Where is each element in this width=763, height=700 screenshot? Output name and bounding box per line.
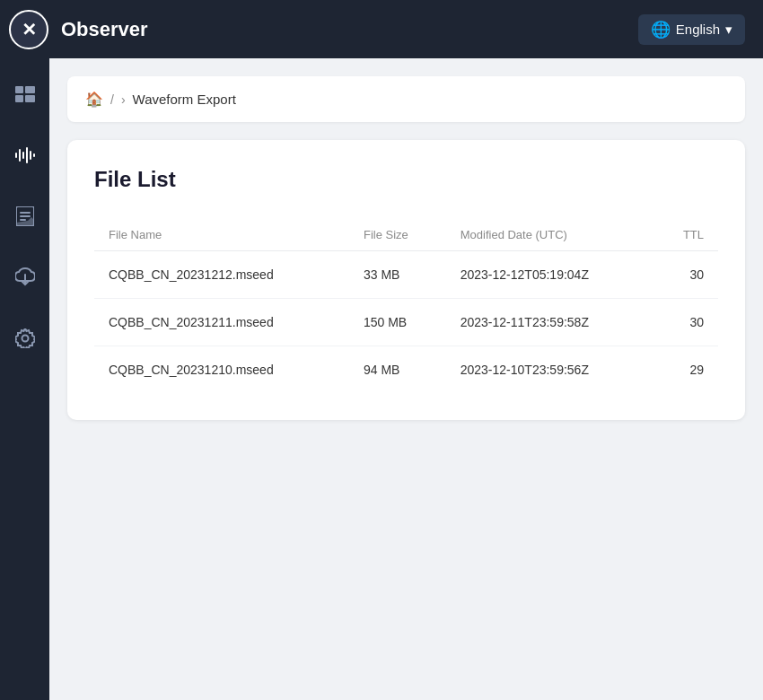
header-left: ✕ Observer bbox=[9, 10, 148, 49]
table-row[interactable]: CQBB_CN_20231211.mseed 150 MB 2023-12-11… bbox=[94, 299, 718, 346]
language-label: English bbox=[676, 22, 720, 37]
cell-modified: 2023-12-11T23:59:58Z bbox=[446, 299, 653, 346]
app-title: Observer bbox=[61, 18, 148, 41]
cell-filename: CQBB_CN_20231210.mseed bbox=[94, 346, 349, 394]
app-logo: ✕ bbox=[9, 10, 48, 49]
waveform-icon bbox=[15, 147, 35, 163]
language-selector[interactable]: 🌐 English ▾ bbox=[638, 14, 745, 45]
svg-point-14 bbox=[22, 336, 28, 342]
content-area: 🏠 / › Waveform Export File List File Nam… bbox=[49, 58, 763, 700]
table-body: CQBB_CN_20231212.mseed 33 MB 2023-12-12T… bbox=[94, 251, 718, 394]
sidebar-item-download[interactable] bbox=[7, 259, 43, 295]
cell-ttl: 29 bbox=[653, 346, 718, 394]
col-header-filename: File Name bbox=[94, 219, 349, 251]
sidebar bbox=[0, 58, 49, 700]
main-layout: 🏠 / › Waveform Export File List File Nam… bbox=[0, 58, 763, 700]
globe-icon: 🌐 bbox=[651, 20, 671, 39]
svg-rect-0 bbox=[15, 86, 23, 93]
sidebar-item-waveform[interactable] bbox=[7, 137, 43, 173]
cell-filename: CQBB_CN_20231211.mseed bbox=[94, 299, 349, 346]
table-row[interactable]: CQBB_CN_20231212.mseed 33 MB 2023-12-12T… bbox=[94, 251, 718, 299]
col-header-filesize: File Size bbox=[349, 219, 446, 251]
file-table: File Name File Size Modified Date (UTC) … bbox=[94, 219, 718, 393]
table-header: File Name File Size Modified Date (UTC) … bbox=[94, 219, 718, 251]
svg-rect-4 bbox=[15, 153, 17, 158]
download-icon bbox=[15, 267, 35, 287]
svg-rect-6 bbox=[22, 152, 24, 159]
col-header-ttl: TTL bbox=[653, 219, 718, 251]
cell-filesize: 150 MB bbox=[349, 299, 446, 346]
svg-rect-3 bbox=[25, 95, 35, 102]
table-row[interactable]: CQBB_CN_20231210.mseed 94 MB 2023-12-10T… bbox=[94, 346, 718, 394]
svg-rect-2 bbox=[15, 95, 23, 102]
cell-filesize: 33 MB bbox=[349, 251, 446, 299]
breadcrumb-sep2: › bbox=[121, 92, 126, 107]
svg-rect-5 bbox=[19, 149, 21, 162]
svg-rect-13 bbox=[20, 219, 26, 221]
home-icon[interactable]: 🏠 bbox=[85, 91, 103, 108]
settings-icon bbox=[15, 328, 35, 348]
svg-rect-9 bbox=[33, 153, 35, 157]
sidebar-item-settings[interactable] bbox=[7, 320, 43, 356]
svg-rect-8 bbox=[30, 151, 31, 160]
dashboard-icon bbox=[15, 86, 35, 102]
col-header-modified: Modified Date (UTC) bbox=[446, 219, 653, 251]
breadcrumb: 🏠 / › Waveform Export bbox=[67, 76, 745, 122]
svg-rect-7 bbox=[26, 147, 28, 163]
breadcrumb-current: Waveform Export bbox=[133, 92, 236, 107]
cell-modified: 2023-12-12T05:19:04Z bbox=[446, 251, 653, 299]
cell-filename: CQBB_CN_20231212.mseed bbox=[94, 251, 349, 299]
cell-ttl: 30 bbox=[653, 251, 718, 299]
sidebar-item-dashboard[interactable] bbox=[7, 76, 43, 112]
chevron-down-icon: ▾ bbox=[725, 22, 732, 38]
cell-modified: 2023-12-10T23:59:56Z bbox=[446, 346, 653, 394]
file-list-title: File List bbox=[94, 167, 718, 192]
report-icon bbox=[16, 206, 34, 226]
top-header: ✕ Observer 🌐 English ▾ bbox=[0, 0, 763, 58]
file-list-card: File List File Name File Size Modified D… bbox=[67, 140, 745, 420]
sidebar-item-report[interactable] bbox=[7, 198, 43, 234]
svg-rect-1 bbox=[25, 86, 35, 93]
cell-ttl: 30 bbox=[653, 299, 718, 346]
svg-rect-12 bbox=[20, 215, 31, 217]
cell-filesize: 94 MB bbox=[349, 346, 446, 394]
svg-rect-11 bbox=[20, 212, 31, 214]
breadcrumb-sep1: / bbox=[110, 92, 114, 107]
